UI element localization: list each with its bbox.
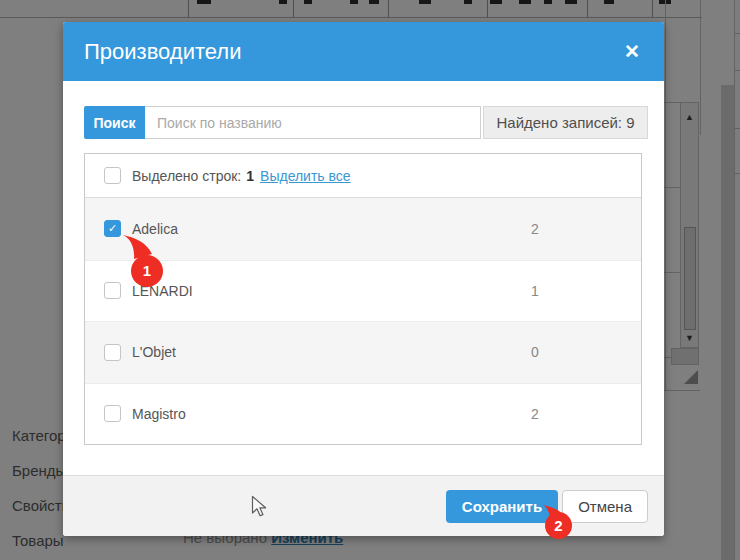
- screen: { "modal": { "title": "Производители", "…: [0, 0, 740, 560]
- mouse-cursor-icon: [251, 495, 268, 518]
- row-checkbox[interactable]: [104, 344, 121, 361]
- row-checkbox[interactable]: [104, 405, 121, 422]
- selected-rows-count: 1: [246, 168, 254, 184]
- marker-number: 1: [143, 262, 151, 279]
- annotation-marker-2: 2: [540, 502, 576, 544]
- row-count: 1: [531, 283, 539, 299]
- manufacturers-list: Выделено строк: 1 Выделить все ✓ Adelica…: [84, 153, 642, 445]
- modal-header: Производители ✕: [63, 22, 664, 81]
- search-button[interactable]: Поиск: [84, 106, 145, 139]
- row-count: 2: [531, 406, 539, 422]
- list-item-adelica[interactable]: ✓ Adelica 2: [85, 198, 641, 260]
- search-input[interactable]: [145, 106, 481, 139]
- list-item-magistro[interactable]: Magistro 2: [85, 383, 641, 445]
- list-header-row: Выделено строк: 1 Выделить все: [85, 154, 641, 198]
- modal-title: Производители: [84, 39, 624, 65]
- marker-number: 2: [554, 517, 562, 534]
- select-all-link[interactable]: Выделить все: [260, 168, 351, 184]
- close-icon: ✕: [624, 41, 640, 62]
- row-name: L'Objet: [132, 344, 176, 360]
- annotation-marker-1: 1: [116, 228, 164, 288]
- row-count: 0: [531, 344, 539, 360]
- row-name: Magistro: [132, 406, 186, 422]
- selected-rows-label: Выделено строк:: [132, 168, 241, 184]
- list-item-lobjet[interactable]: L'Objet 0: [85, 321, 641, 383]
- select-all-checkbox[interactable]: [104, 167, 121, 184]
- list-item-lenardi[interactable]: LENARDI 1: [85, 260, 641, 322]
- close-button[interactable]: ✕: [624, 42, 640, 61]
- row-count: 2: [531, 221, 539, 237]
- search-bar: Поиск Найдено записей: 9: [84, 106, 648, 139]
- found-records-badge: Найдено записей: 9: [483, 106, 648, 139]
